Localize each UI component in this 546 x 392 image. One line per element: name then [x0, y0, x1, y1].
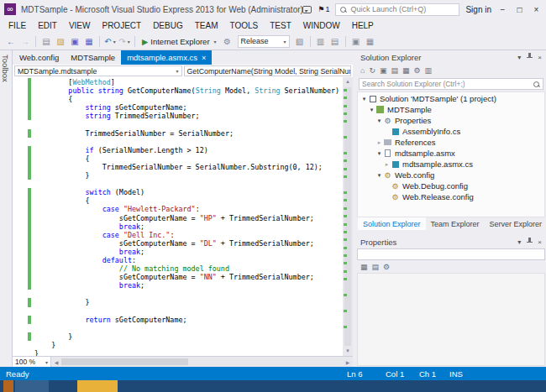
menu-test[interactable]: TEST [264, 19, 297, 32]
code-line[interactable]: break; [13, 248, 343, 256]
zoom-dropdown[interactable]: 100 % ▾ [13, 357, 51, 367]
tree-item-assemblyinfo-cs[interactable]: AssemblyInfo.cs [358, 126, 544, 137]
code-line[interactable]: { [13, 95, 343, 103]
code-line[interactable]: default: [13, 256, 343, 264]
se-preview-selected-icon[interactable]: ▥ [425, 66, 433, 75]
code-line[interactable]: [WebMethod] [13, 78, 343, 86]
scrollbar-thumb[interactable] [61, 358, 188, 365]
se-home-icon[interactable]: ⌂ [360, 66, 365, 75]
code-line[interactable]: sGetComputerName = "NN" + TrimmedSerialN… [13, 273, 343, 281]
properties-grid[interactable] [357, 273, 545, 366]
redo-icon[interactable]: ↷▾ [118, 34, 131, 48]
code-line[interactable]: TrimmedSerialNumber = SerialNumber.Subst… [13, 163, 343, 171]
tree-expander-icon[interactable]: ▾ [375, 150, 383, 157]
attach-to-process-icon[interactable]: ⚙ [221, 34, 234, 48]
maximize-button[interactable]: □ [514, 5, 525, 14]
code-line[interactable]: case "Hewlett-Packard": [13, 205, 343, 213]
toolbox-tab[interactable]: Toolbox [0, 50, 12, 367]
solution-configuration-combo[interactable]: Release▾ [238, 35, 290, 48]
panel-tab-team-explorer[interactable]: Team Explorer [426, 217, 485, 230]
code-line[interactable]: sGetComputerName = "HP" + TrimmedSerialN… [13, 214, 343, 222]
window-position-icon[interactable]: ▾ [517, 238, 521, 246]
menu-help[interactable]: HELP [346, 19, 380, 32]
tree-item-web-debug-config[interactable]: ⚙Web.Debug.config [358, 180, 544, 191]
code-line[interactable]: case "Dell Inc.": [13, 231, 343, 239]
tree-item-mdtsample-asmx[interactable]: ▾mdtsample.asmx [358, 148, 544, 159]
code-line[interactable]: } [13, 349, 343, 356]
tree-expander-icon[interactable]: ▾ [368, 107, 375, 113]
menu-view[interactable]: VIEW [63, 19, 97, 32]
panel-tab-solution-explorer[interactable]: Solution Explorer [358, 217, 426, 230]
extensions-icon[interactable]: ▣ [349, 34, 363, 48]
code-line[interactable]: } [13, 341, 343, 349]
solution-search-input[interactable]: Search Solution Explorer (Ctrl+;) [359, 78, 543, 90]
menu-project[interactable]: PROJECT [96, 19, 147, 32]
code-line[interactable]: break; [13, 281, 343, 290]
sign-in-link[interactable]: Sign in [465, 5, 491, 14]
menu-tools[interactable]: TOOLS [223, 19, 264, 32]
quick-launch-input[interactable]: Quick Launch (Ctrl+Q) [335, 3, 459, 16]
code-line[interactable]: if (SerialNumber.Length > 12) [13, 146, 343, 154]
tree-expander-icon[interactable]: ▾ [375, 118, 383, 124]
code-line[interactable] [13, 290, 343, 298]
menu-team[interactable]: TEAM [189, 19, 224, 32]
open-file-icon[interactable]: ▨ [54, 34, 67, 48]
pin-icon[interactable] [526, 53, 533, 61]
tree-item-mdtsample-asmx-cs[interactable]: ▸mdtsample.asmx.cs [358, 159, 544, 170]
scroll-down-icon[interactable]: ▼ [343, 347, 353, 356]
solution-explorer-toggle-icon[interactable]: ▥ [314, 34, 328, 48]
document-tab-mdtsample[interactable]: MDTSample [65, 50, 121, 65]
properties-window-toggle-icon[interactable]: ▤ [328, 34, 342, 48]
tree-item-references[interactable]: ▸References [358, 137, 544, 148]
nav-forward-icon[interactable]: → [18, 34, 32, 48]
tree-expander-icon[interactable]: ▾ [360, 96, 368, 102]
document-tab-mdtsample-asmx-cs[interactable]: mdtsample.asmx.cs× [121, 50, 212, 65]
code-line[interactable] [13, 324, 343, 332]
categorized-icon[interactable]: ▦ [360, 263, 368, 271]
property-pages-icon[interactable]: ⚙ [383, 263, 390, 271]
tree-expander-icon[interactable]: ▾ [375, 172, 383, 179]
editor-vertical-scrollbar[interactable]: ▲ ▼ [343, 77, 353, 356]
tree-item-mdtsample[interactable]: ▾MDTSample [358, 104, 544, 115]
pin-icon[interactable] [526, 238, 533, 246]
menu-debug[interactable]: DEBUG [147, 19, 189, 32]
code-line[interactable]: { [13, 154, 343, 163]
save-icon[interactable]: ▣ [68, 34, 81, 48]
code-line[interactable]: public string GetComputerName(String Mod… [13, 86, 343, 95]
menu-window[interactable]: WINDOW [297, 19, 346, 32]
code-line[interactable] [13, 307, 343, 316]
other-windows-icon[interactable]: ▦ [364, 34, 377, 48]
code-line[interactable]: sGetComputerName = "DL" + TrimmedSerialN… [13, 239, 343, 248]
document-tab-web-config[interactable]: Web.config [13, 50, 65, 65]
breadcrumb-type-dropdown[interactable]: MDTSample.mdtsample ▾ [14, 65, 182, 76]
close-pane-icon[interactable]: × [538, 54, 542, 61]
code-line[interactable]: } [13, 332, 343, 341]
se-show-all-files-icon[interactable]: ▤ [391, 66, 399, 75]
tree-item-solution-mdtsample-1-project[interactable]: ▾Solution 'MDTSample' (1 project) [358, 93, 544, 104]
code-line[interactable]: } [13, 298, 343, 306]
code-line[interactable] [13, 180, 343, 188]
undo-icon[interactable]: ↶▾ [103, 34, 117, 48]
alphabetical-icon[interactable]: ▤ [372, 263, 380, 271]
menu-edit[interactable]: EDIT [32, 19, 63, 32]
code-line[interactable]: { [13, 196, 343, 205]
code-line[interactable]: break; [13, 222, 343, 231]
se-properties-icon[interactable]: ⚙ [414, 66, 421, 75]
breadcrumb-member-dropdown[interactable]: GetComputerName(String Model, String Ser… [184, 65, 352, 76]
se-collapse-all-icon[interactable]: ▦ [402, 66, 410, 75]
editor-horizontal-scrollbar[interactable] [61, 357, 343, 367]
feedback-icon[interactable] [302, 6, 312, 13]
panel-tab-server-explorer[interactable]: Server Explorer [485, 217, 546, 230]
tree-item-web-release-config[interactable]: ⚙Web.Release.config [358, 191, 544, 202]
code-line[interactable]: } [13, 171, 343, 180]
tree-item-web-config[interactable]: ▾⚙Web.config [358, 170, 544, 180]
nav-backward-icon[interactable]: ← [4, 34, 18, 48]
code-line[interactable] [13, 120, 343, 128]
code-line[interactable] [13, 138, 343, 146]
scroll-right-icon[interactable]: ▶ [343, 357, 353, 367]
menu-file[interactable]: FILE [3, 19, 32, 32]
start-debug-button[interactable]: ▶Internet Explorer▾ [139, 36, 220, 47]
close-button[interactable]: × [531, 5, 542, 14]
se-pending-changes-filter-icon[interactable]: ▣ [380, 66, 387, 75]
tree-expander-icon[interactable]: ▸ [375, 139, 383, 146]
